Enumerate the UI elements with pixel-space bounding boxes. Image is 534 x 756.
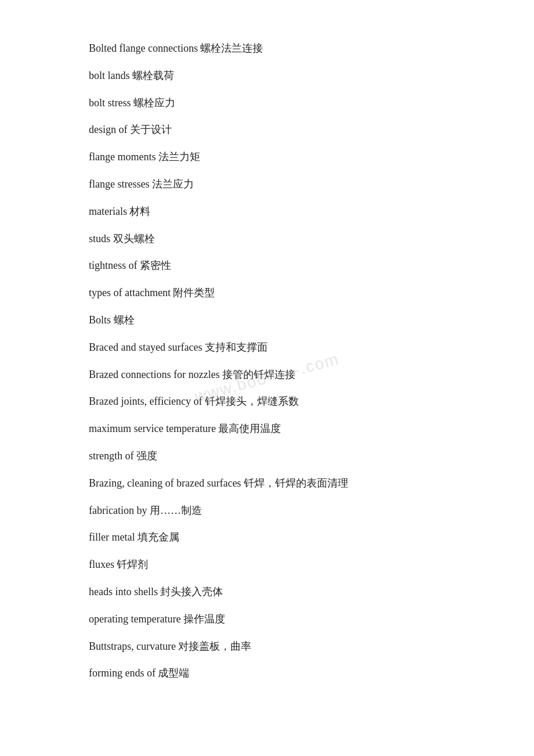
list-item: Bolts 螺栓 [89, 307, 488, 334]
list-item: Braced and stayed surfaces 支持和支撑面 [89, 334, 488, 361]
list-item: tightness of 紧密性 [89, 252, 488, 279]
list-item: maximum service temperature 最高使用温度 [89, 415, 488, 442]
list-item: Brazing, cleaning of brazed surfaces 钎焊，… [89, 470, 488, 497]
list-item: strength of 强度 [89, 442, 488, 470]
list-item: flange stresses 法兰应力 [89, 171, 488, 198]
list-item: Buttstraps, curvature 对接盖板，曲率 [89, 633, 488, 660]
list-item: forming ends of 成型端 [89, 660, 488, 687]
list-item: types of attachment 附件类型 [89, 279, 488, 307]
list-item: bolt lands 螺栓载荷 [89, 62, 488, 89]
main-content-list: Bolted flange connections 螺栓法兰连接bolt lan… [89, 35, 488, 687]
list-item: flange moments 法兰力矩 [89, 143, 488, 171]
list-item: filler metal 填充金属 [89, 524, 488, 551]
list-item: Brazed connections for nozzles 接管的钎焊连接 [89, 361, 488, 388]
list-item: fluxes 钎焊剂 [89, 551, 488, 578]
list-item: operating temperature 操作温度 [89, 606, 488, 633]
list-item: heads into shells 封头接入壳体 [89, 578, 488, 606]
list-item: studs 双头螺栓 [89, 225, 488, 253]
list-item: design of 关于设计 [89, 116, 488, 143]
list-item: bolt stress 螺栓应力 [89, 89, 488, 117]
list-item: materials 材料 [89, 198, 488, 225]
list-item: fabrication by 用……制造 [89, 497, 488, 524]
list-item: Brazed joints, efficiency of 钎焊接头，焊缝系数 [89, 388, 488, 415]
list-item: Bolted flange connections 螺栓法兰连接 [89, 35, 488, 62]
